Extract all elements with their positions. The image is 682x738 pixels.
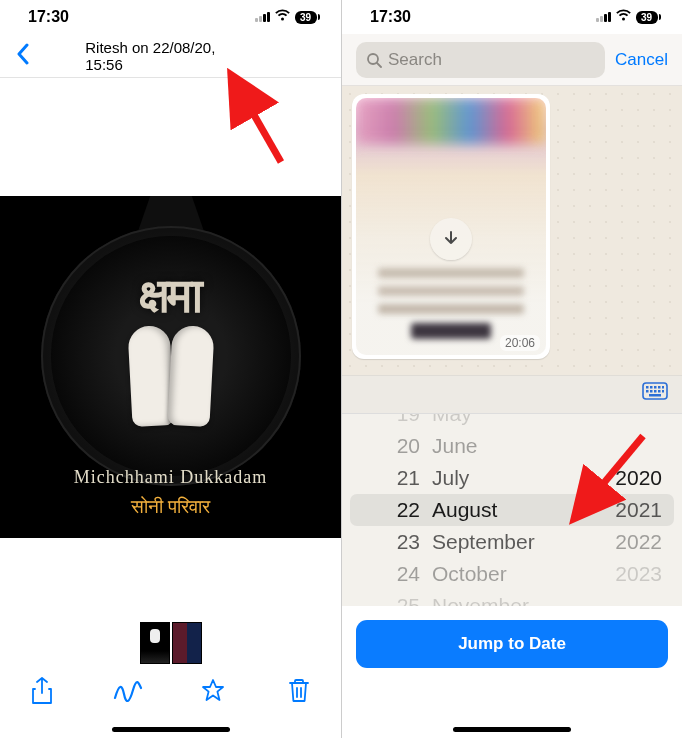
thumbnail-strip[interactable] [0,622,341,664]
star-button[interactable] [193,678,233,708]
chat-background[interactable]: 20:06 [342,86,682,376]
search-bar: Search Cancel [342,34,682,86]
nav-bar: Ritesh on 22/08/20, 15:56 [0,34,341,78]
date-picker[interactable]: 19 20 21 22 23 24 25 May June July Augus… [342,414,682,606]
media-viewer[interactable]: क्षमा Michchhami Dukkadam सोनी परिवार [0,78,341,622]
month-wheel[interactable]: May June July August September October N… [432,414,596,590]
cellular-icon [596,12,611,22]
thumbnail[interactable] [140,622,170,664]
svg-rect-11 [654,390,657,393]
status-time: 17:30 [370,8,411,26]
markup-button[interactable] [108,680,148,706]
chat-image-message[interactable]: 20:06 [352,94,550,359]
status-bar: 17:30 39 [0,0,341,34]
thumbnail[interactable] [172,622,202,664]
svg-rect-5 [650,386,653,389]
cellular-icon [255,12,270,22]
image-caption-1: Michchhami Dukkadam [0,467,341,488]
praying-hands-graphic [126,326,216,436]
svg-rect-10 [650,390,653,393]
download-button[interactable] [430,218,472,260]
date-search-screen: 17:30 39 Search Cancel 20:06 [341,0,682,738]
home-indicator[interactable] [112,727,230,732]
svg-rect-13 [662,390,664,393]
bottom-toolbar [0,664,341,722]
wifi-icon [274,9,291,25]
share-button[interactable] [22,677,62,709]
battery-icon: 39 [636,11,658,24]
status-indicators: 39 [255,9,317,25]
year-wheel[interactable]: 2020 2021 2022 2023 [596,414,682,590]
back-button[interactable] [10,42,36,70]
day-wheel[interactable]: 19 20 21 22 23 24 25 [342,414,432,590]
svg-rect-9 [646,390,649,393]
image-caption-2: सोनी परिवार [0,496,341,518]
nav-title: Ritesh on 22/08/20, 15:56 [85,39,256,73]
image-text-top: क्षमा [140,268,201,325]
status-bar: 17:30 39 [342,0,682,34]
jump-to-date-button[interactable]: Jump to Date [356,620,668,668]
svg-rect-4 [646,386,649,389]
svg-line-2 [377,63,381,67]
home-indicator[interactable] [453,727,571,732]
trash-button[interactable] [279,678,319,708]
svg-rect-6 [654,386,657,389]
cancel-button[interactable]: Cancel [615,50,668,70]
message-time: 20:06 [500,335,540,351]
keyboard-icon[interactable] [642,382,668,407]
search-icon [366,52,382,68]
input-accessory-bar [342,376,682,414]
status-indicators: 39 [596,9,658,25]
wifi-icon [615,9,632,25]
search-placeholder: Search [388,50,442,70]
media-image: क्षमा Michchhami Dukkadam सोनी परिवार [0,196,341,538]
battery-icon: 39 [295,11,317,24]
svg-rect-7 [658,386,661,389]
search-input[interactable]: Search [356,42,605,78]
status-time: 17:30 [28,8,69,26]
svg-rect-14 [649,394,661,397]
svg-rect-8 [662,386,664,389]
photo-viewer-screen: 17:30 39 Ritesh on 22/08/20, 15:56 क्षमा… [0,0,341,738]
svg-rect-12 [658,390,661,393]
